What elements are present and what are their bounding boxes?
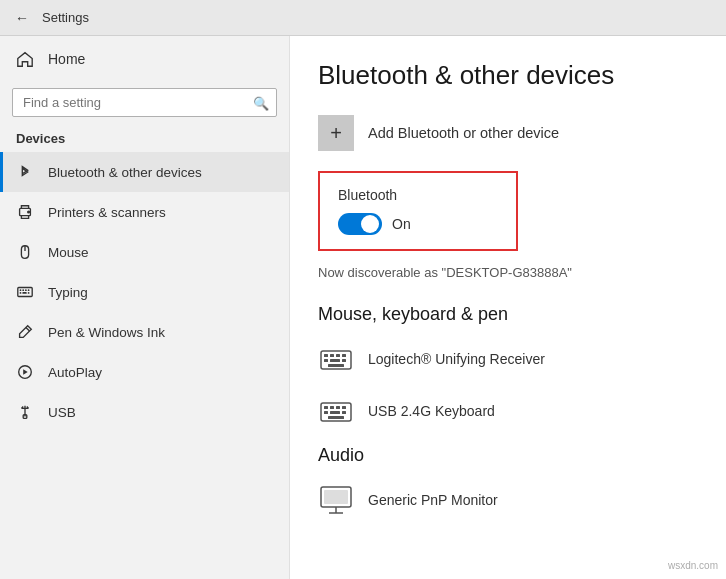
titlebar: ← Settings [0, 0, 726, 36]
svg-rect-29 [324, 411, 328, 414]
sidebar-item-typing[interactable]: Typing [0, 272, 289, 312]
svg-rect-17 [330, 354, 334, 357]
titlebar-title: Settings [42, 10, 89, 25]
device-monitor-name: Generic PnP Monitor [368, 492, 498, 508]
svg-rect-22 [342, 359, 346, 362]
mouse-icon [16, 243, 34, 261]
device-item-usb-keyboard[interactable]: USB 2.4G Keyboard [318, 393, 698, 429]
printers-icon [16, 203, 34, 221]
svg-rect-20 [324, 359, 328, 362]
sidebar-section-label: Devices [0, 127, 289, 152]
sidebar: Home 🔍 Devices Bluetooth & other devices [0, 36, 290, 579]
device-logitech-name: Logitech® Unifying Receiver [368, 351, 545, 367]
typing-icon [16, 283, 34, 301]
search-input[interactable] [12, 88, 277, 117]
svg-rect-30 [330, 411, 340, 414]
sidebar-item-label: Mouse [48, 245, 89, 260]
svg-rect-28 [342, 406, 346, 409]
svg-rect-19 [342, 354, 346, 357]
svg-rect-31 [342, 411, 346, 414]
sidebar-item-usb[interactable]: USB [0, 392, 289, 432]
autoplay-icon [16, 363, 34, 381]
home-label: Home [48, 51, 85, 67]
svg-rect-25 [324, 406, 328, 409]
svg-rect-16 [324, 354, 328, 357]
sidebar-item-home[interactable]: Home [0, 36, 289, 82]
svg-rect-21 [330, 359, 340, 362]
svg-rect-27 [336, 406, 340, 409]
sidebar-item-label: Printers & scanners [48, 205, 166, 220]
sidebar-item-label: Typing [48, 285, 88, 300]
device-item-logitech[interactable]: Logitech® Unifying Receiver [318, 341, 698, 377]
search-box: 🔍 [12, 88, 277, 117]
page-title: Bluetooth & other devices [318, 60, 698, 91]
audio-section-header: Audio [318, 445, 698, 466]
sidebar-item-label: Pen & Windows Ink [48, 325, 165, 340]
sidebar-item-label: USB [48, 405, 76, 420]
toggle-state-text: On [392, 216, 411, 232]
toggle-row: On [338, 213, 498, 235]
sidebar-item-printers[interactable]: Printers & scanners [0, 192, 289, 232]
monitor-icon [318, 482, 354, 518]
svg-line-11 [26, 328, 30, 332]
svg-rect-32 [328, 416, 344, 419]
svg-rect-36 [324, 490, 348, 504]
usb-icon [16, 403, 34, 421]
sidebar-item-label: Bluetooth & other devices [48, 165, 202, 180]
add-device-icon: + [318, 115, 354, 151]
bluetooth-icon [16, 163, 34, 181]
main-layout: Home 🔍 Devices Bluetooth & other devices [0, 36, 726, 579]
keyboard-icon [318, 341, 354, 377]
svg-point-1 [28, 211, 30, 213]
search-icon: 🔍 [253, 95, 269, 110]
mouse-section-header: Mouse, keyboard & pen [318, 304, 698, 325]
sidebar-item-autoplay[interactable]: AutoPlay [0, 352, 289, 392]
svg-rect-23 [328, 364, 344, 367]
content-area: Bluetooth & other devices + Add Bluetoot… [290, 36, 726, 579]
sidebar-item-bluetooth[interactable]: Bluetooth & other devices [0, 152, 289, 192]
add-device-label: Add Bluetooth or other device [368, 125, 559, 141]
discoverable-text: Now discoverable as "DESKTOP-G83888A" [318, 265, 698, 280]
pen-icon [16, 323, 34, 341]
keyboard2-icon [318, 393, 354, 429]
bluetooth-toggle[interactable] [338, 213, 382, 235]
back-button[interactable]: ← [12, 10, 32, 26]
bluetooth-toggle-label: Bluetooth [338, 187, 498, 203]
watermark: wsxdn.com [668, 560, 718, 571]
svg-rect-26 [330, 406, 334, 409]
sidebar-item-pen[interactable]: Pen & Windows Ink [0, 312, 289, 352]
device-item-monitor[interactable]: Generic PnP Monitor [318, 482, 698, 518]
device-usb-keyboard-name: USB 2.4G Keyboard [368, 403, 495, 419]
sidebar-item-label: AutoPlay [48, 365, 102, 380]
bluetooth-toggle-box: Bluetooth On [318, 171, 518, 251]
sidebar-item-mouse[interactable]: Mouse [0, 232, 289, 272]
add-device-button[interactable]: + Add Bluetooth or other device [318, 115, 698, 151]
home-icon [16, 50, 34, 68]
svg-rect-18 [336, 354, 340, 357]
